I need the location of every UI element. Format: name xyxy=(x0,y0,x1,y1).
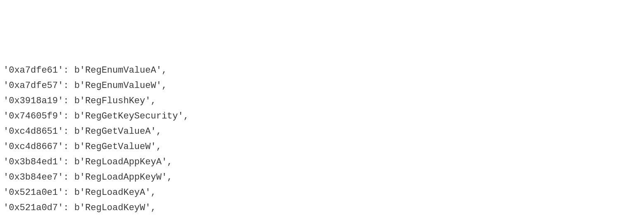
api-name: RegEnumValueA xyxy=(85,65,156,76)
hash-key: '0x3918a19' xyxy=(3,96,63,106)
suffix: ', xyxy=(145,203,156,213)
separator: : b' xyxy=(63,65,85,76)
code-line: '0x3b84ed1': b'RegLoadAppKeyA', xyxy=(3,154,641,170)
api-name: RegLoadAppKeyA xyxy=(85,157,162,167)
code-line: '0x3b84ee7': b'RegLoadAppKeyW', xyxy=(3,170,641,185)
separator: : b' xyxy=(63,126,85,137)
code-line: '0x3918a19': b'RegFlushKey', xyxy=(3,93,641,109)
hash-key: '0xc4d8667' xyxy=(3,142,63,152)
hash-key: '0x521a0d7' xyxy=(3,203,63,213)
suffix: ', xyxy=(162,157,172,167)
code-line: '0x521a0d7': b'RegLoadKeyW', xyxy=(3,200,641,216)
hash-key: '0xa7dfe61' xyxy=(3,65,63,76)
code-line: '0xa7dfe61': b'RegEnumValueA', xyxy=(3,63,641,78)
code-line: '0xa7dfe57': b'RegEnumValueW', xyxy=(3,78,641,93)
hash-key: '0x521a0e1' xyxy=(3,187,63,198)
api-name: RegGetValueW xyxy=(85,142,150,152)
suffix: ', xyxy=(178,111,188,121)
hash-key: '0x3b84ee7' xyxy=(3,172,63,182)
api-name: RegGetValueA xyxy=(85,126,150,137)
code-line: '0xc4d8651': b'RegGetValueA', xyxy=(3,124,641,139)
suffix: ', xyxy=(145,96,156,106)
code-line: '0xf997161': b'RegLoadMUIStringA', xyxy=(3,216,641,218)
hash-key: '0xc4d8651' xyxy=(3,126,63,137)
api-name: RegEnumValueW xyxy=(85,81,156,91)
api-name: RegFlushKey xyxy=(85,96,145,106)
hash-key: '0x3b84ed1' xyxy=(3,157,63,167)
separator: : b' xyxy=(63,96,85,106)
code-line: '0x521a0e1': b'RegLoadKeyA', xyxy=(3,185,641,200)
suffix: ', xyxy=(156,65,167,76)
code-line: '0x74605f9': b'RegGetKeySecurity', xyxy=(3,109,641,124)
code-block: '0xa7dfe61': b'RegEnumValueA','0xa7dfe57… xyxy=(3,63,641,218)
separator: : b' xyxy=(63,203,85,213)
api-name: RegGetKeySecurity xyxy=(85,111,178,121)
separator: : b' xyxy=(63,187,85,198)
hash-key: '0x74605f9' xyxy=(3,111,63,121)
separator: : b' xyxy=(63,172,85,182)
separator: : b' xyxy=(63,111,85,121)
code-line: '0xc4d8667': b'RegGetValueW', xyxy=(3,139,641,154)
api-name: RegLoadAppKeyW xyxy=(85,172,162,182)
suffix: ', xyxy=(150,126,161,137)
separator: : b' xyxy=(63,157,85,167)
hash-key: '0xa7dfe57' xyxy=(3,81,63,91)
api-name: RegLoadKeyW xyxy=(85,203,145,213)
api-name: RegLoadKeyA xyxy=(85,187,145,198)
suffix: ', xyxy=(156,81,167,91)
suffix: ', xyxy=(150,142,161,152)
separator: : b' xyxy=(63,142,85,152)
suffix: ', xyxy=(145,187,156,198)
separator: : b' xyxy=(63,81,85,91)
suffix: ', xyxy=(162,172,172,182)
